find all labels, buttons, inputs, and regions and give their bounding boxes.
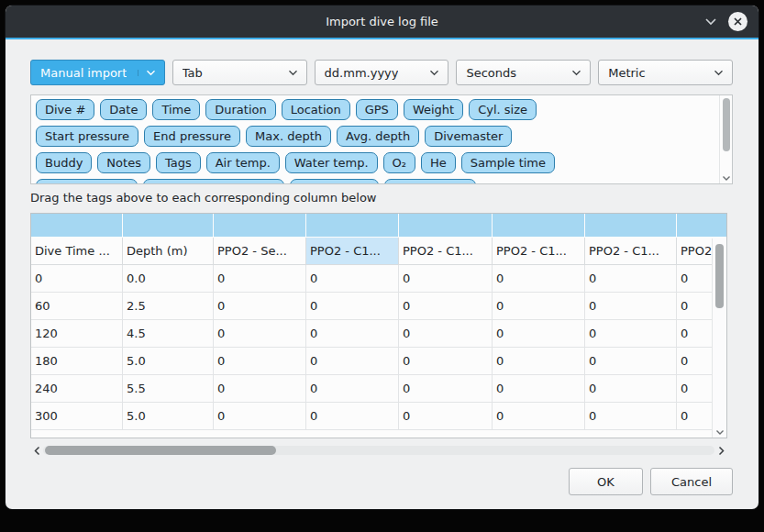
tag-sample-temperature[interactable]: Sample temperature: [143, 179, 285, 183]
column-header[interactable]: Depth (m): [123, 238, 214, 265]
table-cell[interactable]: 0: [493, 320, 585, 348]
column-header[interactable]: PPO2 - C1...: [585, 238, 677, 265]
table-cell[interactable]: 180: [31, 348, 123, 375]
tag-tags[interactable]: Tags: [156, 152, 201, 173]
scrollbar-thumb[interactable]: [715, 244, 724, 308]
column-drop-target[interactable]: [306, 214, 399, 238]
column-header[interactable]: PPO2 - C1...: [306, 238, 399, 265]
combo-import-mode[interactable]: Manual import: [30, 60, 165, 85]
tag-date[interactable]: Date: [100, 99, 147, 120]
tag-avg-depth[interactable]: Avg. depth: [337, 126, 419, 147]
scroll-left-icon[interactable]: [30, 443, 43, 458]
table-cell[interactable]: 0: [677, 375, 712, 403]
tag-cyl-size[interactable]: Cyl. size: [469, 99, 537, 120]
table-cell[interactable]: 0: [214, 348, 306, 375]
table-vertical-scrollbar[interactable]: [712, 238, 726, 438]
column-header[interactable]: Dive Time ...: [31, 238, 123, 265]
scrollbar-thumb[interactable]: [723, 98, 730, 151]
table-cell[interactable]: 0: [214, 375, 306, 403]
column-header[interactable]: PPO2: [677, 238, 712, 265]
table-cell[interactable]: 2.5: [123, 293, 214, 320]
scroll-down-icon[interactable]: [720, 175, 732, 182]
column-drop-target[interactable]: [123, 214, 214, 238]
tag-start-pressure[interactable]: Start pressure: [36, 126, 138, 147]
table-cell[interactable]: 0: [399, 403, 493, 430]
table-cell[interactable]: 0: [493, 293, 585, 320]
tag-sample-depth[interactable]: Sample depth: [36, 179, 138, 183]
table-cell[interactable]: 0: [399, 293, 493, 320]
ok-button[interactable]: OK: [569, 468, 643, 495]
table-cell[interactable]: 0: [306, 293, 399, 320]
scroll-down-icon[interactable]: [713, 429, 726, 436]
column-drop-target[interactable]: [399, 214, 493, 238]
tag-sample-po2[interactable]: Sample pO₂: [290, 179, 379, 183]
column-header[interactable]: PPO2 - Se...: [214, 238, 306, 265]
column-header[interactable]: PPO2 - C1...: [493, 238, 585, 265]
table-cell[interactable]: 0: [585, 265, 677, 293]
column-drop-target[interactable]: [677, 214, 712, 238]
table-cell[interactable]: 0.0: [123, 265, 214, 293]
table-cell[interactable]: 0: [214, 320, 306, 348]
combo-duration-format[interactable]: Seconds: [456, 60, 591, 85]
combo-field-separator[interactable]: Tab: [172, 60, 307, 85]
table-cell[interactable]: 0: [677, 403, 712, 430]
tag-o2[interactable]: O₂: [383, 152, 415, 173]
tag-duration[interactable]: Duration: [205, 99, 275, 120]
table-cell[interactable]: 5.5: [123, 375, 214, 403]
table-cell[interactable]: 0: [493, 348, 585, 375]
table-cell[interactable]: 0: [214, 265, 306, 293]
scrollbar-track[interactable]: [43, 446, 714, 455]
table-cell[interactable]: 0: [31, 265, 123, 293]
table-cell[interactable]: 0: [306, 375, 399, 403]
table-cell[interactable]: 0: [399, 348, 493, 375]
column-drop-target[interactable]: [585, 214, 677, 238]
titlebar[interactable]: Import dive log file: [6, 6, 758, 39]
tag-max-depth[interactable]: Max. depth: [246, 126, 331, 147]
table-cell[interactable]: 0: [399, 320, 493, 348]
table-cell[interactable]: 0: [493, 375, 585, 403]
table-cell[interactable]: 0: [306, 320, 399, 348]
table-cell[interactable]: 5.0: [123, 403, 214, 430]
combo-date-format[interactable]: dd.mm.yyyy: [315, 60, 449, 85]
table-cell[interactable]: 5.0: [123, 348, 214, 375]
table-cell[interactable]: 0: [585, 375, 677, 403]
tag-dive[interactable]: Dive #: [36, 99, 94, 120]
table-cell[interactable]: 0: [399, 375, 493, 403]
column-header[interactable]: PPO2 - C1...: [399, 238, 493, 265]
combo-units[interactable]: Metric: [598, 60, 733, 85]
table-cell[interactable]: 300: [31, 403, 123, 430]
table-cell[interactable]: 4.5: [123, 320, 214, 348]
table-cell[interactable]: 0: [677, 265, 712, 293]
tag-buddy[interactable]: Buddy: [36, 152, 92, 173]
scroll-right-icon[interactable]: [714, 443, 727, 458]
tag-notes[interactable]: Notes: [97, 152, 150, 173]
table-cell[interactable]: 0: [399, 265, 493, 293]
table-cell[interactable]: 0: [585, 403, 677, 430]
table-cell[interactable]: 0: [585, 348, 677, 375]
tag-air-temp[interactable]: Air temp.: [206, 152, 280, 173]
tag-sample-cns[interactable]: Sample CNS: [384, 179, 476, 183]
table-cell[interactable]: 0: [493, 403, 585, 430]
table-cell[interactable]: 0: [306, 348, 399, 375]
table-cell[interactable]: 0: [585, 293, 677, 320]
chevron-down-icon[interactable]: [704, 17, 717, 26]
tag-location[interactable]: Location: [282, 99, 350, 120]
cancel-button[interactable]: Cancel: [650, 468, 733, 495]
tag-weight[interactable]: Weight: [404, 99, 463, 120]
table-cell[interactable]: 60: [31, 293, 123, 320]
tag-he[interactable]: He: [421, 152, 456, 173]
tag-water-temp[interactable]: Water temp.: [285, 152, 378, 173]
table-horizontal-scrollbar[interactable]: [30, 443, 727, 458]
column-drop-target[interactable]: [493, 214, 585, 238]
column-drop-target[interactable]: [31, 214, 123, 238]
table-cell[interactable]: 0: [306, 403, 399, 430]
tag-end-pressure[interactable]: End pressure: [144, 126, 240, 147]
table-cell[interactable]: 240: [31, 375, 123, 403]
table-cell[interactable]: 0: [677, 320, 712, 348]
close-icon[interactable]: [728, 12, 747, 31]
table-cell[interactable]: 0: [493, 265, 585, 293]
table-cell[interactable]: 120: [31, 320, 123, 348]
tagpool-vertical-scrollbar[interactable]: [719, 95, 732, 183]
table-cell[interactable]: 0: [677, 348, 712, 375]
tag-sample-time[interactable]: Sample time: [461, 152, 555, 173]
